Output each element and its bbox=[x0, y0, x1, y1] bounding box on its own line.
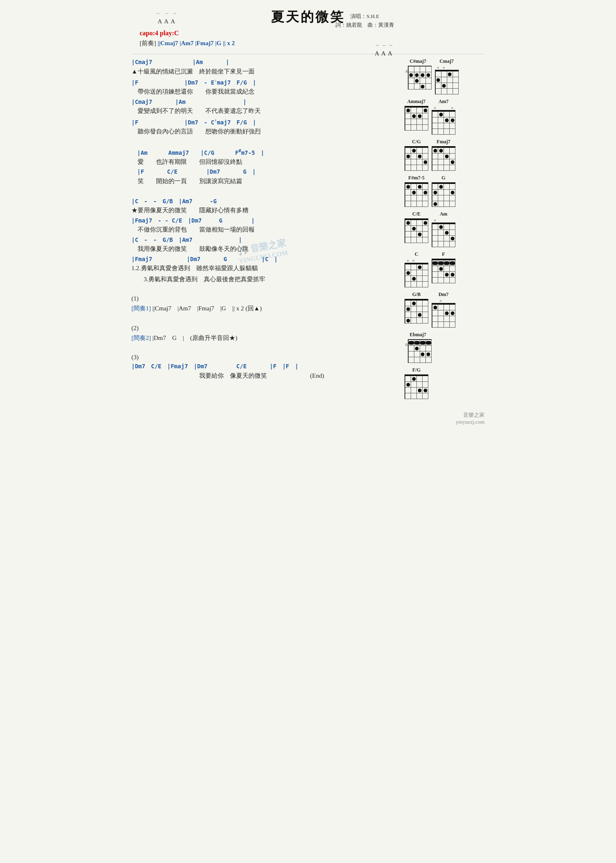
interlude2-block: (2) [間奏2] |Dm7 G | (原曲升半音回★) bbox=[131, 325, 400, 343]
chord-diagrams: C#maj7 4 bbox=[405, 58, 485, 403]
chord-pair-1: C#maj7 4 bbox=[405, 58, 485, 94]
chord-line-1: |Cmaj7 |Am | bbox=[131, 58, 400, 67]
open-indicators: o o bbox=[405, 258, 428, 262]
chord-name: Am7 bbox=[439, 99, 449, 105]
chord-grid bbox=[432, 223, 455, 247]
lyric-line-3: 愛變成到不了的明天 不代表要遺忘了昨天 bbox=[131, 106, 400, 116]
chord-grid bbox=[405, 218, 428, 243]
grid-container bbox=[408, 66, 432, 90]
chord-name: C/E bbox=[412, 211, 421, 217]
chord-pair-4: F#m7-5 bbox=[405, 175, 485, 207]
chord-name: Cmaj7 bbox=[439, 58, 454, 64]
chord-grid bbox=[432, 259, 455, 283]
prelude-label: [前奏] bbox=[140, 40, 156, 46]
chord-name: F/G bbox=[412, 367, 421, 373]
chord-name: Fmaj7 bbox=[437, 139, 450, 145]
open-indicators: o o bbox=[435, 65, 458, 69]
chord-name: F#m7-5 bbox=[408, 175, 424, 181]
chord-grid bbox=[408, 66, 432, 90]
open-indicators: o bbox=[432, 218, 455, 222]
divider-top bbox=[131, 54, 485, 54]
chord-diagram-g: G bbox=[432, 175, 455, 207]
score-section: |Cmaj7 |Am | ▲十級風的情緒已沉澱 終於能坐下來見一面 |F |Dm… bbox=[131, 58, 400, 403]
prelude-line: [前奏] ||Cmaj7 |Am7 |Fmaj7 |G || x 2 ⌒ ⌒ ⌒… bbox=[140, 39, 485, 47]
lyric-line-1: ▲十級風的情緒已沉澱 終於能坐下來見一面 bbox=[131, 67, 400, 76]
lyric-line-4: 聽你發自內心的言語 想吻你的衝動好強烈 bbox=[131, 127, 400, 136]
chord-diagram-fg: F/G bbox=[405, 367, 428, 399]
chord-line-5: |Am Ammaj7 |C/G F#m7-5 | bbox=[131, 148, 400, 157]
chord-pair-9: F/G bbox=[405, 367, 485, 399]
chord-grid bbox=[405, 106, 428, 131]
chord-diagram-cmaj7: Cmaj7 o o bbox=[435, 58, 459, 94]
chord-diagram-gb: G/B bbox=[405, 291, 428, 324]
chord-grid bbox=[432, 146, 455, 171]
chord-pair-2: Ammaj7 bbox=[405, 99, 485, 135]
chord-diagram-cg: C/G bbox=[405, 139, 428, 171]
lyric-line-7: ★要用像夏天的微笑 隱藏好心情有多糟 bbox=[131, 206, 400, 215]
verse1-block: |Cmaj7 |Am | ▲十級風的情緒已沉澱 終於能坐下來見一面 |F |Dm… bbox=[131, 58, 400, 136]
chord-diagram-ce: C/E bbox=[405, 211, 428, 243]
title-section: ⌒ ⌒ ⌒ AAA 夏天的微笑 演唱：S.H.E 詞：姚若龍 曲：黃漢青 bbox=[131, 8, 485, 26]
capo-line: capo:4 play:C bbox=[140, 30, 485, 37]
lyric-line-10: 1.2.勇氣和真愛會遇到 雖然幸福愛跟人躲貓貓 bbox=[131, 264, 400, 273]
chorus-block: |C - - G/B |Am7 -G ★要用像夏天的微笑 隱藏好心情有多糟 |F… bbox=[131, 197, 400, 284]
chord-name: Ammaj7 bbox=[407, 99, 426, 105]
page: ⌒ ⌒ ⌒ AAA 夏天的微笑 演唱：S.H.E 詞：姚若龍 曲：黃漢青 cap… bbox=[131, 8, 485, 526]
chord-diagram-c: C o o bbox=[405, 251, 428, 287]
lyric-line-outro: 我要給你 像夏天的微笑 (End) bbox=[131, 371, 400, 381]
verse2-block: |Am Ammaj7 |C/G F#m7-5 | 愛 也許有期限 但回憶卻沒終點… bbox=[131, 148, 400, 186]
outro-block: (3) |Dm7 C/E |Fmaj7 |Dm7 C/E |F |F | 我要給… bbox=[131, 354, 400, 380]
logo-text: 音樂之家 bbox=[463, 412, 485, 418]
lyric-line-2: 帶你送的項鍊想還你 你要我就當成紀念 bbox=[131, 87, 400, 96]
chord-grid bbox=[405, 263, 428, 287]
chord-line-6: |F C/E |Dm7 G | bbox=[131, 168, 400, 176]
logo-url: yinyuezj.com bbox=[456, 419, 485, 425]
lyric-line-10b: 3.勇氣和真愛會遇到 真心最後會把真愛抓牢 bbox=[131, 275, 400, 284]
chord-diagram-dm7: Dm7 o bbox=[432, 291, 455, 328]
lyric-line-5: 愛 也許有期限 但回憶卻沒終點 bbox=[131, 157, 400, 167]
chord-diagram-am: Am o bbox=[432, 211, 455, 247]
chord-diagram-ebmaj7: Ebmaj7 6 bbox=[405, 332, 432, 363]
interlude1-block: (1) [間奏1] ||Cmaj7 |Am7 |Fmaj7 |G || x 2 … bbox=[131, 295, 400, 313]
chord-diagram-ammaj7: Ammaj7 bbox=[405, 99, 428, 131]
meta-right: 演唱：S.H.E 詞：姚若龍 曲：黃漢青 bbox=[336, 12, 394, 30]
chord-line-7: |C - - G/B |Am7 -G bbox=[131, 197, 400, 206]
chord-pair-3: C/G bbox=[405, 139, 485, 171]
chord-grid bbox=[432, 110, 455, 135]
chord-line-4: |F |Dm7 - C♯maj7 F/G | bbox=[131, 117, 400, 126]
open-indicators: o o bbox=[432, 106, 455, 110]
interlude2-line: [間奏2] |Dm7 G | (原曲升半音回★) bbox=[131, 333, 400, 343]
section-num-2: (2) bbox=[131, 325, 400, 332]
aaa-notation-top: ⌒ ⌒ ⌒ AAA bbox=[156, 12, 179, 25]
interlude2-chords: |Dm7 G | (原曲升半音回★) bbox=[152, 335, 237, 341]
chord-pair-7: G/B bbox=[405, 291, 485, 328]
interlude1-chords: ||Cmaj7 |Am7 |Fmaj7 |G || x 2 (回▲) bbox=[152, 305, 262, 312]
lyric-line-9: 我用像夏天的微笑 鼓勵像冬天的心跳 bbox=[131, 244, 400, 254]
chord-grid bbox=[405, 374, 428, 399]
chord-diagram-fshm7-5: F#m7-5 bbox=[405, 175, 428, 207]
song-title: 夏天的微笑 bbox=[131, 8, 485, 26]
chord-line-9: |C - - G/B |Am7 | bbox=[131, 236, 400, 244]
chord-diagram-f: F bbox=[432, 251, 455, 283]
interlude1-line: [間奏1] ||Cmaj7 |Am7 |Fmaj7 |G || x 2 (回▲) bbox=[131, 304, 400, 313]
chord-name: G/B bbox=[412, 291, 421, 298]
chord-name: Am bbox=[440, 211, 448, 217]
chord-line-outro: |Dm7 C/E |Fmaj7 |Dm7 C/E |F |F | bbox=[131, 363, 400, 371]
chord-name: C/G bbox=[412, 139, 421, 145]
chord-name: C bbox=[415, 251, 418, 257]
interlude2-label: [間奏2] bbox=[131, 335, 151, 341]
chord-name: Dm7 bbox=[439, 291, 449, 298]
lyricist-composer: 詞：姚若龍 曲：黃漢青 bbox=[336, 21, 394, 30]
chord-diagram-am7: Am7 o o bbox=[432, 99, 455, 135]
section-num-3: (3) bbox=[131, 354, 400, 361]
performer: 演唱：S.H.E bbox=[336, 12, 394, 21]
chord-line-10: |Fmaj7 |Dm7 G |C | bbox=[131, 255, 400, 264]
chord-grid bbox=[408, 339, 432, 363]
aaa-top-left: ⌒ ⌒ ⌒ AAA bbox=[156, 12, 179, 25]
chord-line-2: |F |Dm7 - E♭maj7 F/G | bbox=[131, 78, 400, 87]
chord-name: F bbox=[442, 251, 445, 257]
lyric-line-8: 不做你沉重的背包 當做相知一場的回報 bbox=[131, 225, 400, 234]
lyric-line-6: 笑 開始的一頁 別讓淚寫完結篇 bbox=[131, 177, 400, 186]
chord-diagram-csharp-maj7: C#maj7 4 bbox=[405, 58, 432, 90]
prelude-chords: ||Cmaj7 |Am7 |Fmaj7 |G || x 2 bbox=[158, 40, 235, 46]
